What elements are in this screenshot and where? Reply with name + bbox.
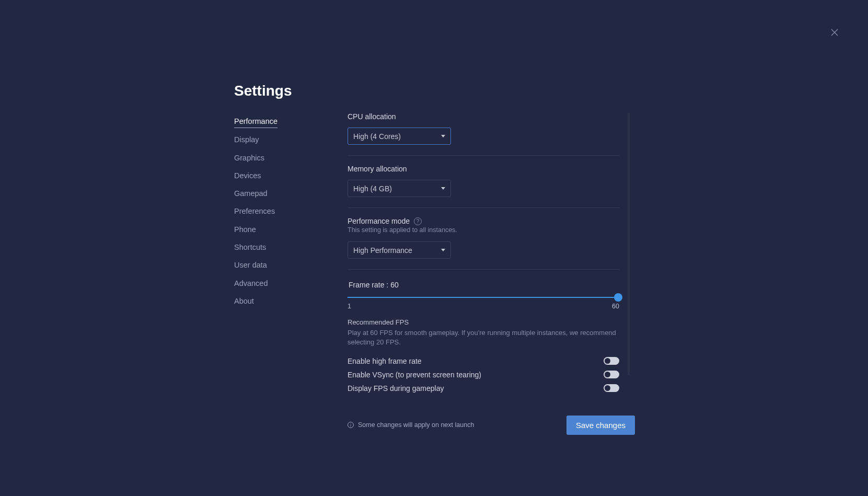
- help-icon[interactable]: ?: [414, 217, 422, 225]
- sidebar-item-devices[interactable]: Devices: [234, 170, 261, 182]
- performance-mode-select[interactable]: High Performance: [348, 241, 451, 259]
- sidebar-item-phone[interactable]: Phone: [234, 224, 256, 236]
- sidebar-item-about[interactable]: About: [234, 296, 254, 307]
- toggle-label: Enable high frame rate: [348, 357, 422, 365]
- memory-allocation-section: Memory allocation High (4 GB): [348, 165, 619, 207]
- frame-rate-section: Frame rate : 60 1 60 Recommended FPS Pla…: [348, 279, 619, 397]
- performance-mode-value: High Performance: [353, 246, 412, 255]
- frame-rate-label: Frame rate : 60: [349, 281, 619, 289]
- frame-rate-max: 60: [612, 303, 619, 310]
- recommended-fps-title: Recommended FPS: [348, 318, 619, 326]
- frame-rate-label-prefix: Frame rate :: [349, 281, 390, 289]
- sidebar-item-gamepad[interactable]: Gamepad: [234, 188, 268, 200]
- toggle-switch[interactable]: [604, 357, 619, 365]
- chevron-down-icon: [441, 135, 445, 137]
- page-title: Settings: [234, 83, 292, 99]
- footer-note-text: Some changes will apply on next launch: [358, 421, 474, 429]
- slider-track: [348, 297, 619, 298]
- chevron-down-icon: [441, 187, 445, 190]
- frame-rate-value: 60: [390, 281, 399, 289]
- chevron-down-icon: [441, 249, 445, 251]
- divider: [348, 269, 619, 270]
- toggle-switch[interactable]: [604, 384, 619, 392]
- sidebar-item-graphics[interactable]: Graphics: [234, 153, 264, 164]
- toggle-label: Enable VSync (to prevent screen tearing): [348, 371, 481, 379]
- sidebar-item-preferences[interactable]: Preferences: [234, 206, 275, 217]
- toggle-knob: [605, 358, 610, 364]
- sidebar-item-performance[interactable]: Performance: [234, 116, 277, 128]
- sidebar-item-shortcuts[interactable]: Shortcuts: [234, 242, 266, 253]
- toggle-switch[interactable]: [604, 371, 619, 378]
- memory-allocation-value: High (4 GB): [353, 184, 392, 193]
- sidebar-item-display[interactable]: Display: [234, 134, 259, 146]
- slider-thumb[interactable]: [614, 293, 622, 302]
- cpu-allocation-select[interactable]: High (4 Cores): [348, 128, 451, 145]
- recommended-fps-desc: Play at 60 FPS for smooth gameplay. If y…: [348, 328, 619, 347]
- sidebar-item-user-data[interactable]: User data: [234, 260, 267, 271]
- save-changes-button[interactable]: Save changes: [566, 416, 635, 435]
- frame-rate-slider[interactable]: [348, 294, 619, 301]
- cpu-allocation-label: CPU allocation: [348, 112, 396, 121]
- toggle-label: Display FPS during gameplay: [348, 384, 444, 393]
- settings-sidebar: PerformanceDisplayGraphicsDevicesGamepad…: [234, 116, 328, 307]
- footer-note: i Some changes will apply on next launch: [348, 421, 474, 429]
- toggle-knob: [605, 385, 610, 391]
- close-button[interactable]: [828, 26, 841, 39]
- toggle-row: Display FPS during gameplay: [348, 384, 619, 393]
- frame-rate-range: 1 60: [348, 303, 619, 310]
- cpu-allocation-value: High (4 Cores): [353, 132, 401, 141]
- memory-allocation-label: Memory allocation: [348, 165, 407, 173]
- toggle-row: Enable VSync (to prevent screen tearing): [348, 371, 619, 379]
- cpu-allocation-section: CPU allocation High (4 Cores): [348, 112, 619, 155]
- toggle-knob: [605, 372, 610, 377]
- performance-mode-sublabel: This setting is applied to all instances…: [348, 226, 619, 234]
- divider: [348, 207, 619, 208]
- scrollbar-track[interactable]: [628, 113, 630, 375]
- frame-rate-min: 1: [348, 303, 351, 310]
- divider: [348, 155, 619, 156]
- info-icon: i: [348, 422, 354, 428]
- performance-mode-section: Performance mode ? This setting is appli…: [348, 217, 619, 269]
- settings-footer: i Some changes will apply on next launch…: [348, 416, 635, 435]
- toggle-row: Enable high frame rate: [348, 357, 619, 365]
- performance-mode-label: Performance mode: [348, 217, 410, 225]
- close-icon: [830, 28, 839, 37]
- sidebar-item-advanced[interactable]: Advanced: [234, 278, 268, 290]
- settings-content: CPU allocation High (4 Cores) Memory all…: [348, 112, 619, 435]
- memory-allocation-select[interactable]: High (4 GB): [348, 180, 451, 197]
